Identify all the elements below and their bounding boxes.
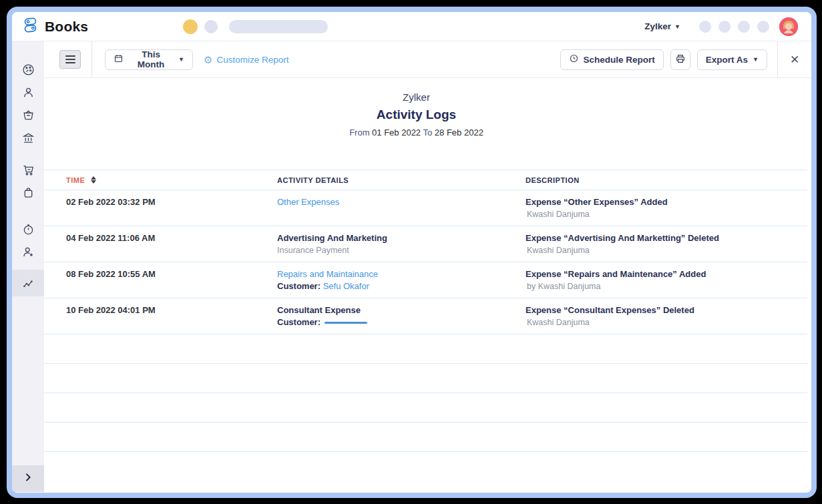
description-title: Expense “Other Expenses” Added — [526, 197, 807, 208]
export-as-dropdown[interactable]: Export As ▼ — [697, 49, 767, 70]
time-cell: 04 Feb 2022 11:06 AM — [66, 233, 277, 256]
accountant-icon — [21, 245, 35, 259]
topbar-icon-placeholder[interactable] — [738, 21, 750, 33]
time-cell: 10 Feb 2022 04:01 PM — [66, 305, 277, 328]
report-page: This Month ▼ ⚙ Customize Report Sche — [44, 41, 811, 492]
description-cell: Expense “Other Expenses” Added Kwashi Da… — [526, 197, 807, 220]
from-label: From — [349, 128, 369, 138]
sidebar-item-reports[interactable] — [12, 270, 44, 296]
print-button[interactable] — [670, 49, 690, 70]
time-cell: 08 Feb 2022 10:55 AM — [66, 269, 277, 292]
company-name: Zylker — [44, 91, 789, 103]
description-cell: Expense “Consultant Expenses” Deleted Kw… — [526, 305, 807, 328]
sidebar-item-items[interactable] — [12, 103, 44, 126]
topbar-icon-placeholder[interactable] — [718, 21, 731, 33]
sidebar-expand-button[interactable] — [12, 465, 44, 492]
banking-icon — [21, 131, 35, 145]
placeholder-dot — [204, 20, 218, 33]
items-icon — [21, 108, 35, 122]
table-header-row: TIME ACTIVITY DETAILS DESCRIPTION — [44, 170, 807, 190]
description-cell: Expense “Repairs and Maintenance” Added … — [526, 269, 807, 292]
sidebar — [12, 41, 44, 492]
report-title: Activity Logs — [44, 107, 789, 122]
customer-label: Customer: — [277, 281, 321, 291]
schedule-report-label: Schedule Report — [584, 55, 655, 65]
description-user: by Kwashi Danjuma — [526, 281, 807, 292]
purchases-icon — [21, 186, 35, 200]
schedule-report-button[interactable]: Schedule Report — [560, 49, 664, 70]
export-as-label: Export As — [706, 55, 748, 65]
sidebar-item-contacts[interactable] — [12, 81, 44, 103]
reports-icon — [21, 276, 35, 290]
redacted-customer-bar — [325, 322, 367, 324]
chevron-down-icon: ▼ — [674, 23, 680, 30]
description-user: Kwashi Danjuma — [526, 245, 807, 256]
gear-icon: ⚙ — [204, 55, 212, 65]
expense-link[interactable]: Repairs and Maintainance — [277, 269, 378, 279]
table-row: 04 Feb 2022 11:06 AM Advertising And Mar… — [44, 226, 807, 262]
printer-icon — [675, 53, 686, 66]
activity-cell: Repairs and Maintainance Customer: Sefu … — [277, 269, 526, 292]
description-user: Kwashi Danjuma — [526, 209, 807, 220]
skeleton-row — [44, 334, 807, 364]
skeleton-row — [44, 393, 807, 423]
report-date-range: From 01 Feb 2022 To 28 Feb 2022 — [44, 128, 789, 138]
expense-title: Consultant Expense — [277, 305, 526, 316]
sidebar-item-banking[interactable] — [12, 126, 44, 149]
dashboard-icon — [21, 63, 35, 77]
to-date: 28 Feb 2022 — [435, 128, 483, 138]
skeleton-row — [44, 364, 807, 393]
expense-title: Advertising And Marketing — [277, 233, 526, 244]
activity-cell: Consultant Expense Customer: — [277, 305, 526, 328]
collapse-menu-button[interactable] — [59, 50, 81, 69]
activity-cell: Advertising And Marketing Insurance Paym… — [277, 233, 526, 256]
description-cell: Expense “Advertising And Marketting” Del… — [526, 233, 807, 256]
date-range-dropdown[interactable]: This Month ▼ — [105, 49, 193, 70]
customize-report-label: Customize Report — [216, 55, 288, 65]
report-toolbar: This Month ▼ ⚙ Customize Report Sche — [44, 41, 811, 78]
table-row: 02 Feb 2022 03:32 PM Other Expenses Expe… — [44, 190, 807, 226]
contacts-icon — [21, 85, 35, 99]
toolbar-divider — [91, 41, 92, 78]
column-header-activity-details[interactable]: ACTIVITY DETAILS — [277, 176, 526, 184]
column-header-time[interactable]: TIME — [66, 176, 277, 184]
date-range-label: This Month — [128, 49, 174, 69]
customer-link[interactable]: Sefu Okafor — [323, 281, 369, 291]
customize-report-link[interactable]: ⚙ Customize Report — [204, 55, 289, 65]
user-avatar[interactable] — [779, 17, 798, 36]
chevron-down-icon: ▼ — [753, 56, 759, 63]
clock-icon — [569, 53, 579, 65]
expense-subtitle: Insurance Payment — [277, 245, 526, 256]
calendar-icon — [114, 53, 124, 65]
expense-link[interactable]: Other Expenses — [277, 197, 339, 207]
search-bar-placeholder[interactable] — [229, 20, 328, 33]
report-header: Zylker Activity Logs From 01 Feb 2022 To… — [44, 91, 811, 138]
status-dot — [183, 19, 198, 34]
table-row: 10 Feb 2022 04:01 PM Consultant Expense … — [44, 298, 807, 334]
org-switcher[interactable]: Zylker ▼ — [644, 21, 680, 31]
sidebar-item-time-tracking[interactable] — [12, 218, 44, 240]
sidebar-item-purchases[interactable] — [12, 181, 44, 204]
sidebar-item-accountant[interactable] — [12, 240, 44, 263]
from-date: 01 Feb 2022 — [372, 128, 421, 138]
topbar-icon-placeholder[interactable] — [699, 21, 711, 33]
sort-icon[interactable] — [91, 176, 96, 184]
chevron-down-icon: ▼ — [178, 56, 184, 63]
activity-cell: Other Expenses — [277, 197, 526, 220]
topbar-icon-placeholder[interactable] — [757, 21, 769, 33]
column-header-description[interactable]: DESCRIPTION — [526, 176, 807, 184]
activity-log-table: TIME ACTIVITY DETAILS DESCRIPTION 02 Feb… — [44, 170, 807, 452]
app-window: Books Zylker ▼ — [7, 7, 817, 498]
org-name: Zylker — [644, 21, 671, 31]
to-label: To — [423, 128, 433, 138]
sidebar-item-sales[interactable] — [12, 158, 44, 181]
description-title: Expense “Advertising And Marketting” Del… — [526, 233, 807, 244]
description-user: Kwashi Danjuma — [526, 317, 807, 328]
sidebar-item-dashboard[interactable] — [12, 58, 44, 81]
close-report-button[interactable]: ✕ — [778, 53, 811, 67]
description-title: Expense “Repairs and Maintenance” Added — [526, 269, 807, 280]
app-logo[interactable]: Books — [21, 16, 88, 37]
description-title: Expense “Consultant Expenses” Deleted — [526, 305, 807, 316]
books-logo-icon — [21, 16, 39, 37]
time-tracking-icon — [21, 222, 35, 236]
